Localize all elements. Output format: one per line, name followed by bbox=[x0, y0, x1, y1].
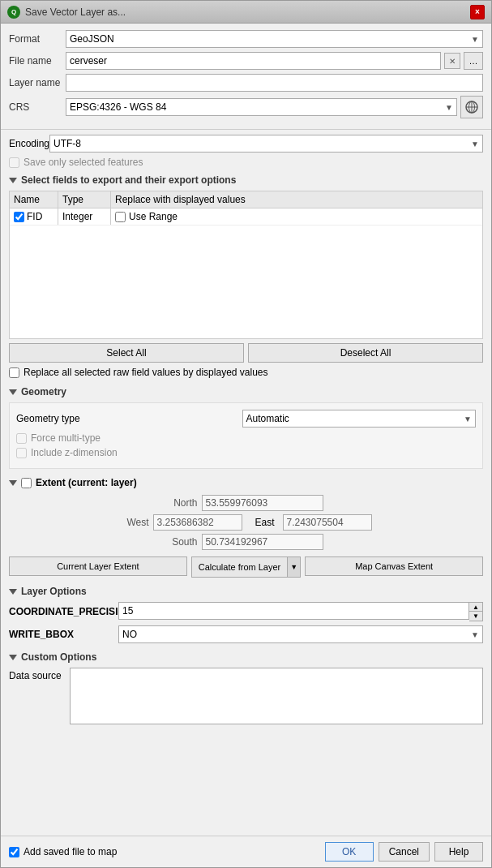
format-arrow: ▼ bbox=[471, 35, 479, 44]
section-triangle-fields bbox=[9, 178, 17, 183]
filename-input-wrap: ✕ … bbox=[66, 52, 483, 70]
col-name-header: Name bbox=[10, 191, 58, 208]
crs-settings-btn[interactable] bbox=[460, 96, 483, 118]
force-multi-row: Force multi-type bbox=[16, 432, 476, 444]
extent-checkbox[interactable] bbox=[21, 478, 32, 488]
geometry-title: Geometry bbox=[21, 386, 66, 397]
filename-clear-btn[interactable]: ✕ bbox=[444, 53, 460, 69]
layer-options-section: Layer Options COORDINATE_PRECISION 15 ▲ … bbox=[9, 586, 483, 643]
data-source-input[interactable] bbox=[70, 668, 483, 724]
section-triangle-custom bbox=[9, 655, 17, 660]
coord-precision-value: 15 bbox=[122, 605, 133, 617]
fid-name: FID bbox=[27, 211, 42, 222]
add-to-map-label: Add saved file to map bbox=[24, 846, 117, 857]
extent-west-label: West bbox=[121, 517, 149, 528]
write-bbox-value: NO bbox=[122, 629, 137, 640]
replace-raw-row: Replace all selected raw field values by… bbox=[9, 367, 483, 378]
coord-precision-row: COORDINATE_PRECISION 15 ▲ ▼ bbox=[9, 602, 483, 621]
encoding-combo[interactable]: UTF-8 ▼ bbox=[49, 135, 483, 153]
add-to-map-row: Add saved file to map bbox=[9, 846, 319, 857]
crs-input-wrap: EPSG:4326 - WGS 84 ▼ bbox=[66, 96, 483, 118]
app-logo: Q bbox=[7, 6, 20, 19]
geometry-type-row: Geometry type Automatic ▼ bbox=[16, 410, 476, 428]
title-bar: Q Save Vector Layer as... × bbox=[1, 1, 491, 24]
geometry-type-label: Geometry type bbox=[16, 413, 242, 424]
force-multi-checkbox[interactable] bbox=[16, 433, 27, 444]
extent-south-row: South bbox=[169, 534, 323, 550]
current-layer-extent-btn[interactable]: Current Layer Extent bbox=[9, 556, 187, 576]
include-z-checkbox[interactable] bbox=[16, 448, 27, 458]
geometry-header: Geometry bbox=[9, 386, 483, 397]
include-z-label: Include z-dimension bbox=[31, 447, 118, 458]
geometry-type-combo[interactable]: Automatic ▼ bbox=[242, 410, 477, 428]
calculate-from-arrow[interactable]: ▼ bbox=[287, 557, 300, 577]
extent-west-input[interactable] bbox=[153, 514, 242, 531]
fields-table-header: Name Type Replace with displayed values bbox=[10, 191, 482, 208]
coord-precision-up[interactable]: ▲ bbox=[469, 603, 482, 612]
layername-input[interactable] bbox=[66, 74, 483, 92]
fid-checkbox[interactable] bbox=[14, 212, 24, 222]
fields-table-body: FID Integer Use Range bbox=[10, 208, 482, 338]
coord-precision-key: COORDINATE_PRECISION bbox=[9, 606, 114, 617]
help-button[interactable]: Help bbox=[434, 842, 483, 862]
content-area: Format GeoJSON ▼ File name ✕ … bbox=[1, 24, 491, 867]
filename-label: File name bbox=[9, 55, 66, 67]
fid-replace-label: Use Range bbox=[129, 211, 178, 222]
main-window: Q Save Vector Layer as... × Format GeoJS… bbox=[0, 0, 492, 868]
ok-button[interactable]: OK bbox=[325, 842, 374, 862]
extent-west-east-row: West East bbox=[121, 514, 372, 531]
extent-buttons: Current Layer Extent Calculate from Laye… bbox=[9, 556, 483, 578]
write-bbox-arrow: ▼ bbox=[471, 630, 479, 639]
extent-title: Extent (current: layer) bbox=[36, 477, 137, 488]
save-selected-row: Save only selected features bbox=[9, 157, 483, 168]
col-type-header: Type bbox=[58, 191, 111, 208]
custom-options-header: Custom Options bbox=[9, 651, 483, 663]
filename-browse-btn[interactable]: … bbox=[464, 52, 483, 70]
cancel-button[interactable]: Cancel bbox=[379, 842, 430, 862]
footer: Add saved file to map OK Cancel Help bbox=[1, 836, 491, 867]
footer-buttons: OK Cancel Help bbox=[325, 842, 483, 862]
write-bbox-val: NO ▼ bbox=[118, 625, 483, 643]
replace-raw-checkbox[interactable] bbox=[9, 367, 19, 378]
fid-replace-cell: Use Range bbox=[111, 208, 482, 225]
fid-check-cell: FID bbox=[10, 208, 58, 225]
format-label: Format bbox=[9, 33, 66, 45]
add-to-map-checkbox[interactable] bbox=[9, 847, 19, 857]
coord-precision-down[interactable]: ▼ bbox=[469, 612, 482, 621]
title-bar-left: Q Save Vector Layer as... bbox=[7, 6, 126, 19]
calculate-from-btn[interactable]: Calculate from Layer bbox=[192, 557, 288, 577]
window-title: Save Vector Layer as... bbox=[25, 6, 126, 18]
fid-type-cell: Integer bbox=[58, 208, 111, 225]
encoding-arrow: ▼ bbox=[471, 140, 479, 148]
extent-east-input[interactable] bbox=[283, 514, 372, 531]
write-bbox-combo[interactable]: NO ▼ bbox=[118, 625, 483, 643]
filename-input[interactable] bbox=[66, 52, 441, 70]
deselect-all-button[interactable]: Deselect All bbox=[248, 343, 483, 363]
extent-north-row: North bbox=[169, 495, 323, 511]
select-fields-header: Select fields to export and their export… bbox=[9, 174, 483, 186]
custom-options-title: Custom Options bbox=[21, 651, 96, 663]
data-source-row: Data source bbox=[9, 668, 483, 724]
format-combo[interactable]: GeoJSON ▼ bbox=[66, 30, 483, 48]
encoding-label: Encoding bbox=[9, 138, 49, 149]
filename-row: File name ✕ … bbox=[9, 52, 483, 70]
fid-use-range-checkbox[interactable] bbox=[115, 212, 126, 222]
extent-north-input[interactable] bbox=[202, 495, 323, 511]
coord-precision-input[interactable]: 15 bbox=[118, 602, 469, 620]
crs-label: CRS bbox=[9, 101, 66, 113]
data-source-label: Data source bbox=[9, 668, 66, 681]
format-row: Format GeoJSON ▼ bbox=[9, 30, 483, 48]
extent-section: Extent (current: layer) North West East bbox=[9, 477, 483, 578]
save-selected-checkbox[interactable] bbox=[9, 157, 19, 168]
crs-value: EPSG:4326 - WGS 84 bbox=[70, 101, 166, 113]
close-button[interactable]: × bbox=[470, 5, 485, 19]
extent-south-input[interactable] bbox=[202, 534, 323, 550]
coord-precision-spinners: ▲ ▼ bbox=[469, 602, 483, 621]
select-all-button[interactable]: Select All bbox=[9, 343, 244, 363]
crs-combo[interactable]: EPSG:4326 - WGS 84 ▼ bbox=[66, 98, 457, 116]
map-canvas-extent-btn[interactable]: Map Canvas Extent bbox=[305, 556, 483, 576]
layer-options-header: Layer Options bbox=[9, 586, 483, 597]
form-area: Format GeoJSON ▼ File name ✕ … bbox=[1, 24, 491, 129]
extent-grid: North West East South bbox=[9, 495, 483, 550]
scroll-section[interactable]: Encoding UTF-8 ▼ Save only selected feat… bbox=[1, 129, 491, 836]
